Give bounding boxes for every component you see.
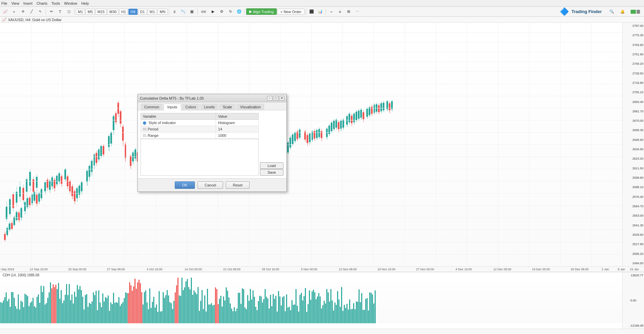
row-num-3: 01 xyxy=(143,134,147,137)
col-value: Value xyxy=(216,113,259,120)
var-cell-1: Style of indicator xyxy=(141,120,216,126)
cancel-button[interactable]: Cancel xyxy=(198,181,223,189)
dialog-title: Cumulative Delta MT5 - By TFLab 1.05 xyxy=(140,96,204,100)
tab-scale[interactable]: Scale xyxy=(219,104,236,110)
dialog-buttons: OK Cancel Reset xyxy=(138,178,286,191)
val-cell-1[interactable]: Histogram xyxy=(216,120,259,126)
dialog-overlay: Cumulative Delta MT5 - By TFLab 1.05 − □… xyxy=(0,0,644,334)
table-row: Style of indicator Histogram xyxy=(141,120,259,126)
dialog-titlebar: Cumulative Delta MT5 - By TFLab 1.05 − □… xyxy=(138,94,286,102)
table-empty-area xyxy=(141,139,259,176)
inputs-area: Variable Value Style of indicator xyxy=(141,113,284,176)
ok-button[interactable]: OK xyxy=(175,181,195,189)
var-label-2: Period xyxy=(148,127,158,131)
var-label-1: Style of indicator xyxy=(149,121,176,125)
var-cell-3: 01 Range xyxy=(141,132,216,139)
table-left: Variable Value Style of indicator xyxy=(141,113,259,176)
tab-levels[interactable]: Levels xyxy=(200,104,218,110)
dialog-tabs: Common Inputs Colors Levels Scale Visual… xyxy=(138,102,286,110)
inputs-table: Variable Value Style of indicator xyxy=(141,113,259,139)
dialog-restore-btn[interactable]: □ xyxy=(273,96,278,101)
var-cell-2: 01 Period xyxy=(141,126,216,132)
table-row: 01 Range 1000 xyxy=(141,132,259,139)
reset-button[interactable]: Reset xyxy=(226,181,250,189)
tab-visualization[interactable]: Visualization xyxy=(236,104,265,110)
table-right: Load Save xyxy=(259,113,284,176)
dialog-controls: − □ ✕ xyxy=(267,96,284,101)
tab-inputs[interactable]: Inputs xyxy=(164,104,181,110)
indicator-settings-dialog: Cumulative Delta MT5 - By TFLab 1.05 − □… xyxy=(138,94,287,192)
table-row: 01 Period 14 xyxy=(141,126,259,132)
inputs-tbody: Style of indicator Histogram 01 Period xyxy=(141,120,259,139)
load-button[interactable]: Load xyxy=(260,162,283,169)
tab-common[interactable]: Common xyxy=(141,104,163,110)
row-num-2: 01 xyxy=(143,127,147,131)
dialog-content: Variable Value Style of indicator xyxy=(138,110,286,178)
dialog-minimize-btn[interactable]: − xyxy=(267,96,272,101)
val-cell-2[interactable]: 14 xyxy=(216,126,259,132)
dialog-close-btn[interactable]: ✕ xyxy=(279,96,284,101)
val-cell-3[interactable]: 1000 xyxy=(216,132,259,139)
indicator-dot xyxy=(143,121,146,125)
save-button[interactable]: Save xyxy=(260,169,283,176)
tab-colors[interactable]: Colors xyxy=(182,104,200,110)
var-label-3: Range xyxy=(148,133,158,137)
col-variable: Variable xyxy=(141,113,216,120)
